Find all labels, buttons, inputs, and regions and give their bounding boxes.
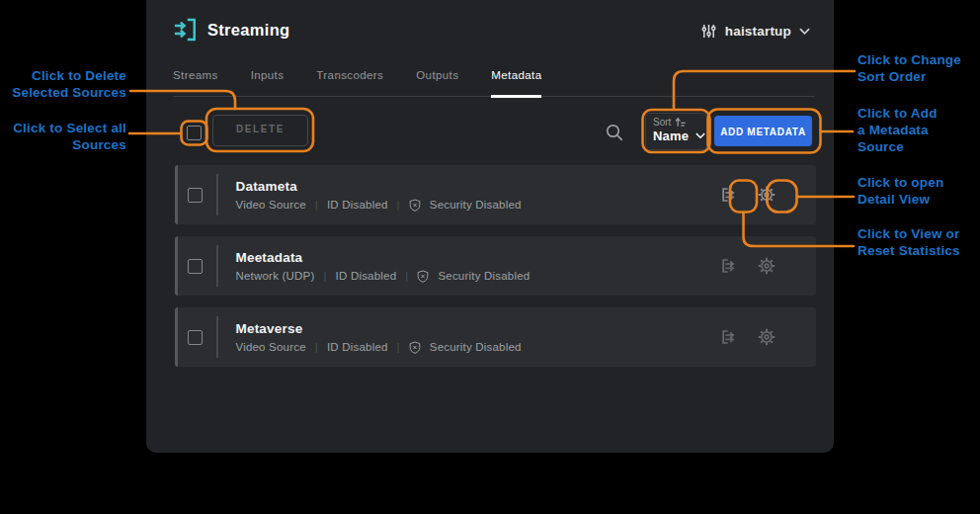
annotation-sort: Click to ChangeSort Order [858,51,961,85]
tab-transcoders[interactable]: Transcoders [316,69,383,96]
security-shield-icon [409,341,421,354]
row-divider [216,245,218,287]
annotation-detail: Click to openDetail View [858,174,943,208]
row-divider [216,174,218,215]
settings-gear-icon[interactable] [757,327,776,347]
tab-outputs[interactable]: Outputs [416,69,458,96]
metadata-source-row[interactable]: Meetadata Network (UDP)| ID Disabled| Se… [175,236,816,296]
id-status: ID Disabled [327,341,388,353]
add-metadata-button[interactable]: ADD METADATA [714,116,812,146]
security-status: Security Disabled [438,270,530,282]
tab-metadata[interactable]: Metadata [491,69,541,98]
security-shield-icon [409,199,421,212]
id-status: ID Disabled [336,270,397,282]
source-type: Network (UDP) [236,270,315,282]
account-menu[interactable]: haistartup [700,23,810,40]
security-shield-icon [417,270,429,283]
chevron-down-icon [799,28,810,36]
settings-gear-icon[interactable] [757,256,776,276]
chevron-down-icon [695,132,705,139]
security-status: Security Disabled [430,199,522,211]
security-status: Security Disabled [430,341,522,353]
annotation-select-all: Click to Select allSources [13,120,126,153]
view-statistics-icon[interactable] [718,327,738,347]
row-checkbox[interactable] [188,188,203,203]
tab-bar: Streams Inputs Transcoders Outputs Metad… [173,69,815,97]
annotation-stats: Click to View orReset Statistics [858,225,960,259]
row-checkbox[interactable] [188,330,203,345]
tab-inputs[interactable]: Inputs [251,69,285,96]
row-checkbox[interactable] [188,259,203,274]
source-type: Video Source [236,341,306,353]
row-divider [216,316,218,358]
settings-gear-icon[interactable] [757,185,776,205]
sort-value: Name [653,128,689,143]
app-header: Streaming haistartup [146,0,834,59]
view-statistics-icon[interactable] [718,256,738,276]
streaming-logo-icon [172,16,200,43]
search-icon[interactable] [605,123,624,142]
tab-streams[interactable]: Streams [173,69,218,96]
sort-label: Sort [653,117,671,128]
metadata-source-row[interactable]: Datameta Video Source| ID Disabled| Secu… [175,165,816,224]
source-title: Datameta [236,179,522,194]
source-type: Video Source [236,199,306,211]
select-all-checkbox[interactable] [187,126,202,140]
id-status: ID Disabled [327,199,388,211]
annotation-delete: Click to DeleteSelected Sources [12,67,126,101]
source-title: Meetadata [236,250,531,265]
view-statistics-icon[interactable] [718,185,738,205]
sort-dropdown[interactable]: Sort Name [645,113,707,150]
sliders-icon [700,23,717,40]
page-title: Streaming [207,21,289,40]
sort-order-icon [675,117,686,128]
streaming-app-panel: Streaming haistartup Streams Inputs Tran… [146,0,834,453]
account-name: haistartup [725,24,791,39]
delete-button[interactable]: DELETE [212,115,308,146]
annotation-add: Click to Adda MetadataSource [858,105,938,155]
source-title: Metaverse [236,321,522,336]
metadata-source-row[interactable]: Metaverse Video Source| ID Disabled| Sec… [175,307,816,367]
